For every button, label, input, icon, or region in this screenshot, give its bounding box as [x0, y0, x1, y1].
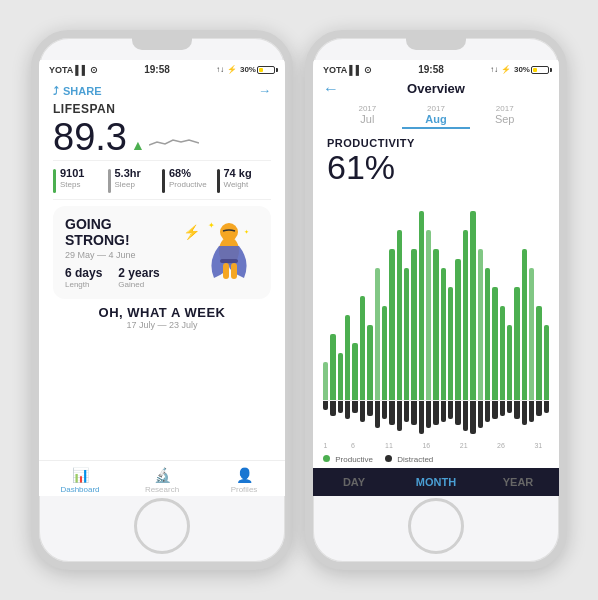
x-label-29: 31	[534, 442, 542, 449]
x-label-6	[364, 442, 369, 449]
bar-positive-6	[367, 325, 372, 400]
x-label-23	[490, 442, 495, 449]
battery-fill-right	[533, 68, 537, 72]
sleep-value: 5.3hr	[115, 167, 141, 180]
trend-line	[149, 130, 199, 150]
lifespan-label: LIFESPAN	[53, 102, 271, 116]
battery-bar-left	[257, 66, 275, 74]
x-axis-labels: 161116212631	[323, 440, 549, 451]
nav-profiles[interactable]: 👤 Profiles	[203, 467, 285, 494]
bar-positive-12	[411, 249, 416, 400]
profiles-label: Profiles	[231, 485, 258, 494]
nav-research[interactable]: 🔬 Research	[121, 467, 203, 494]
svg-text:✦: ✦	[244, 229, 249, 235]
superhero-svg: ✦ ✦	[202, 216, 257, 286]
bar-positive-11	[404, 268, 409, 400]
bar-negative-16	[441, 401, 446, 422]
x-label-8	[378, 442, 383, 449]
x-label-24: 26	[497, 442, 505, 449]
chart-legend: Productive Distracted	[323, 451, 549, 468]
phone-left-screen: YOTA ▌▌ ⊙ 19:58 ↑↓ ⚡ 30%	[39, 60, 285, 496]
x-label-21	[476, 442, 481, 449]
streak-card: GOING STRONG! ⚡ 29 May — 4 June 6 days L…	[53, 206, 271, 299]
bar-negative-30	[544, 401, 549, 413]
wifi-right: ⊙	[364, 65, 372, 75]
x-label-22	[483, 442, 488, 449]
bar-negative-12	[411, 401, 416, 425]
x-label-18	[453, 442, 458, 449]
bar-negative-8	[382, 401, 387, 419]
bar-negative-28	[529, 401, 534, 422]
bar-negative-1	[330, 401, 335, 416]
streak-stats: 6 days Length 2 years Gained	[65, 266, 200, 289]
streak-lightning: ⚡	[183, 224, 200, 240]
tab-sep[interactable]: 2017 Sep	[470, 102, 539, 131]
x-label-3	[344, 442, 349, 449]
dashboard-icon: 📊	[72, 467, 89, 483]
x-label-15	[432, 442, 437, 449]
bar-negative-26	[514, 401, 519, 419]
bar-positive-8	[382, 306, 387, 400]
jul-name: Jul	[333, 113, 402, 125]
bars-negative	[323, 400, 549, 440]
streak-gained-label: Gained	[118, 280, 159, 289]
time-tabs: DAY MONTH YEAR	[313, 468, 559, 496]
bar-positive-26	[514, 287, 519, 400]
phone-left: YOTA ▌▌ ⊙ 19:58 ↑↓ ⚡ 30%	[31, 30, 293, 570]
bar-negative-20	[470, 401, 475, 434]
bar-positive-19	[463, 230, 468, 400]
svg-rect-2	[220, 259, 238, 263]
overview-title: Overview	[407, 81, 465, 96]
x-label-12	[409, 442, 414, 449]
week-section: OH, WHAT A WEEK 17 July — 23 July	[53, 305, 271, 330]
nav-dashboard[interactable]: 📊 Dashboard	[39, 467, 121, 494]
bar-positive-3	[345, 315, 350, 400]
stat-bar-weight	[217, 169, 220, 193]
weight-label: Weight	[224, 180, 252, 189]
share-icon: ⤴	[53, 85, 59, 97]
share-button[interactable]: ⤴ SHARE	[53, 85, 102, 97]
sep-name: Sep	[470, 113, 539, 125]
tab-aug[interactable]: 2017 Aug	[402, 102, 471, 131]
tab-jul[interactable]: 2017 Jul	[333, 102, 402, 131]
tab-year[interactable]: YEAR	[477, 468, 559, 496]
bar-positive-2	[338, 353, 343, 400]
bar-positive-1	[330, 334, 335, 400]
steps-label: Steps	[60, 180, 84, 189]
stat-weight: 74 kg Weight	[217, 167, 272, 193]
battery-right: 30%	[514, 65, 549, 74]
legend-dot-distracted	[385, 455, 392, 462]
signal-right: ▌▌	[349, 65, 362, 75]
stats-row: 9101 Steps 5.3hr Sleep	[53, 160, 271, 200]
streak-length-value: 6 days	[65, 266, 102, 280]
back-button[interactable]: ←	[323, 80, 339, 98]
bar-negative-25	[507, 401, 512, 413]
bar-positive-20	[470, 211, 475, 400]
bar-negative-21	[478, 401, 483, 428]
sleep-label: Sleep	[115, 180, 141, 189]
tab-month[interactable]: MONTH	[395, 468, 477, 496]
weight-value: 74 kg	[224, 167, 252, 180]
x-label-0: 1	[323, 442, 328, 449]
productivity-section: PRODUCTIVITY 61%	[313, 133, 559, 186]
chart-area: 161116212631 Productive Distracted	[313, 186, 559, 468]
sep-year: 2017	[470, 104, 539, 113]
stat-steps: 9101 Steps	[53, 167, 108, 193]
bar-negative-0	[323, 401, 328, 410]
next-arrow[interactable]: →	[258, 83, 271, 98]
streak-gained-value: 2 years	[118, 266, 159, 280]
carrier-left: YOTA	[49, 65, 73, 75]
x-label-28	[528, 442, 533, 449]
bar-positive-13	[419, 211, 424, 400]
bar-negative-27	[522, 401, 527, 425]
x-label-14: 16	[422, 442, 430, 449]
x-label-25	[507, 442, 512, 449]
bar-positive-0	[323, 362, 328, 400]
bar-positive-5	[360, 296, 365, 400]
status-right-right: ↑↓ ⚡ 30%	[490, 65, 549, 74]
tab-day[interactable]: DAY	[313, 468, 395, 496]
time-right: 19:58	[418, 64, 444, 75]
stat-bar-sleep	[108, 169, 111, 193]
x-label-4: 6	[351, 442, 356, 449]
status-left: YOTA ▌▌ ⊙	[49, 65, 98, 75]
